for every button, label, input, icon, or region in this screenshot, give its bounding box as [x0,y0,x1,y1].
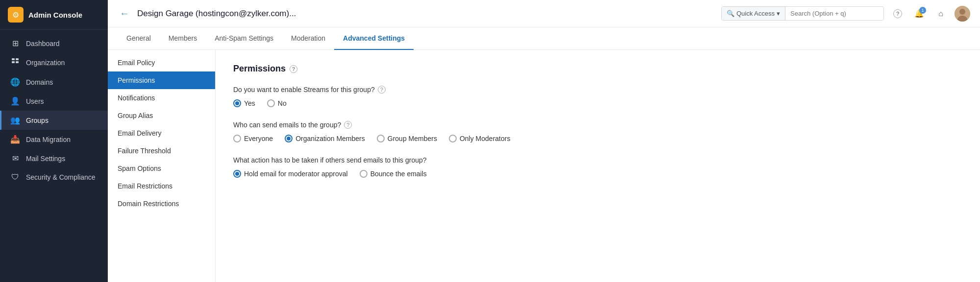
sidebar-item-label: Data Migration [26,136,71,143]
menu-item-failure-threshold[interactable]: Failure Threshold [108,142,215,160]
send-emails-help-icon[interactable]: ? [344,121,352,129]
notification-button[interactable]: 🔔 1 [911,6,927,22]
sidebar-item-security-compliance[interactable]: 🛡 Security & Compliance [0,168,108,187]
mail-settings-icon: ✉ [10,154,20,163]
notification-badge: 1 [919,7,926,14]
sidebar-item-groups[interactable]: 👥 Groups [0,111,108,130]
bounce-radio[interactable] [360,170,368,178]
menu-item-email-restrictions[interactable]: Email Restrictions [108,177,215,195]
page-title: Design Garage (hostingcon@zylker.com)... [137,9,715,19]
topbar: ← Design Garage (hostingcon@zylker.com).… [108,0,980,27]
home-icon: ⌂ [938,9,943,18]
tab-general[interactable]: General [118,27,160,50]
action-question-text: What action has to be taken if others se… [233,156,962,164]
sidebar-item-dashboard[interactable]: ⊞ Dashboard [0,34,108,53]
send-emails-question-block: Who can send emails to the group? ? Ever… [233,121,962,142]
topbar-actions: 🔍 Quick Access ▾ ? 🔔 1 ⌂ [721,6,970,22]
tab-anti-spam[interactable]: Anti-Spam Settings [206,27,282,50]
sidebar-item-label: Security & Compliance [26,173,96,181]
domains-icon: 🌐 [10,77,20,87]
tab-advanced-settings[interactable]: Advanced Settings [334,27,414,50]
menu-item-permissions[interactable]: Permissions [108,71,215,89]
users-icon: 👤 [10,96,20,106]
security-icon: 🛡 [10,173,20,182]
svg-rect-0 [12,58,15,60]
search-icon: 🔍 [727,10,735,17]
sidebar-item-label: Groups [26,117,49,124]
send-emails-question-text: Who can send emails to the group? ? [233,121,962,129]
sidebar-item-mail-settings[interactable]: ✉ Mail Settings [0,149,108,168]
quick-access-button[interactable]: 🔍 Quick Access ▾ [722,7,785,20]
streams-no-radio[interactable] [267,99,275,107]
streams-yes-option[interactable]: Yes [233,99,255,107]
streams-help-icon[interactable]: ? [378,86,386,94]
svg-rect-2 [12,61,15,63]
menu-item-domain-restrictions[interactable]: Domain Restrictions [108,195,215,212]
help-icon: ? [893,9,902,18]
sidebar-item-label: Users [26,97,44,105]
streams-no-option[interactable]: No [267,99,287,107]
dashboard-icon: ⊞ [10,39,20,48]
search-box: 🔍 Quick Access ▾ [721,6,884,21]
section-title: Permissions ? [233,64,962,74]
groups-icon: 👥 [10,116,20,125]
sidebar-item-label: Organization [26,59,65,67]
dropdown-icon: ▾ [777,10,780,17]
avatar[interactable] [955,6,970,22]
everyone-radio[interactable] [233,135,241,142]
hold-email-radio[interactable] [233,170,241,178]
streams-yes-radio[interactable] [233,99,241,107]
sidebar-logo: ⚙ Admin Console [0,0,108,30]
svg-point-5 [959,9,965,15]
permissions-help-icon[interactable]: ? [290,65,297,73]
only-moderators-radio[interactable] [449,135,457,142]
home-button[interactable]: ⌂ [933,6,949,22]
action-radio-group: Hold email for moderator approval Bounce… [233,170,962,178]
tabs: General Members Anti-Spam Settings Moder… [108,27,980,50]
svg-rect-1 [16,58,19,60]
back-button[interactable]: ← [118,6,131,21]
only-moderators-option[interactable]: Only Moderators [449,135,510,142]
sidebar-item-label: Domains [26,78,53,86]
svg-rect-3 [16,61,19,63]
streams-question-block: Do you want to enable Streams for this g… [233,86,962,107]
quick-access-label: Quick Access [736,10,775,17]
sidebar-item-users[interactable]: 👤 Users [0,92,108,111]
search-input[interactable] [785,7,883,20]
sidebar-item-data-migration[interactable]: 📥 Data Migration [0,130,108,149]
logo-text: Admin Console [28,11,82,19]
help-button[interactable]: ? [890,6,906,22]
menu-item-notifications[interactable]: Notifications [108,89,215,107]
org-members-option[interactable]: Organization Members [285,135,365,142]
hold-email-option[interactable]: Hold email for moderator approval [233,170,348,178]
data-migration-icon: 📥 [10,135,20,144]
menu-item-spam-options[interactable]: Spam Options [108,160,215,177]
sidebar-nav: ⊞ Dashboard Organization 🌐 Domains 👤 Use… [0,30,108,282]
everyone-option[interactable]: Everyone [233,135,273,142]
menu-item-email-delivery[interactable]: Email Delivery [108,124,215,142]
group-members-radio[interactable] [377,135,385,142]
send-emails-radio-group: Everyone Organization Members Group Memb… [233,135,962,142]
sidebar-item-label: Mail Settings [26,155,65,163]
sidebar: ⚙ Admin Console ⊞ Dashboard Organization… [0,0,108,282]
organization-icon [10,58,20,68]
left-menu: Email Policy Permissions Notifications G… [108,50,216,282]
action-question-block: What action has to be taken if others se… [233,156,962,178]
right-content: Permissions ? Do you want to enable Stre… [216,50,980,282]
streams-question-text: Do you want to enable Streams for this g… [233,86,962,94]
logo-icon: ⚙ [8,7,24,23]
sidebar-item-domains[interactable]: 🌐 Domains [0,72,108,92]
streams-radio-group: Yes No [233,99,962,107]
bounce-option[interactable]: Bounce the emails [360,170,427,178]
main-area: ← Design Garage (hostingcon@zylker.com).… [108,0,980,282]
tab-moderation[interactable]: Moderation [282,27,334,50]
tab-members[interactable]: Members [160,27,206,50]
sidebar-item-organization[interactable]: Organization [0,53,108,72]
menu-item-email-policy[interactable]: Email Policy [108,54,215,71]
org-members-radio[interactable] [285,135,293,142]
content-area: Email Policy Permissions Notifications G… [108,50,980,282]
group-members-option[interactable]: Group Members [377,135,437,142]
menu-item-group-alias[interactable]: Group Alias [108,107,215,124]
sidebar-item-label: Dashboard [26,40,60,47]
